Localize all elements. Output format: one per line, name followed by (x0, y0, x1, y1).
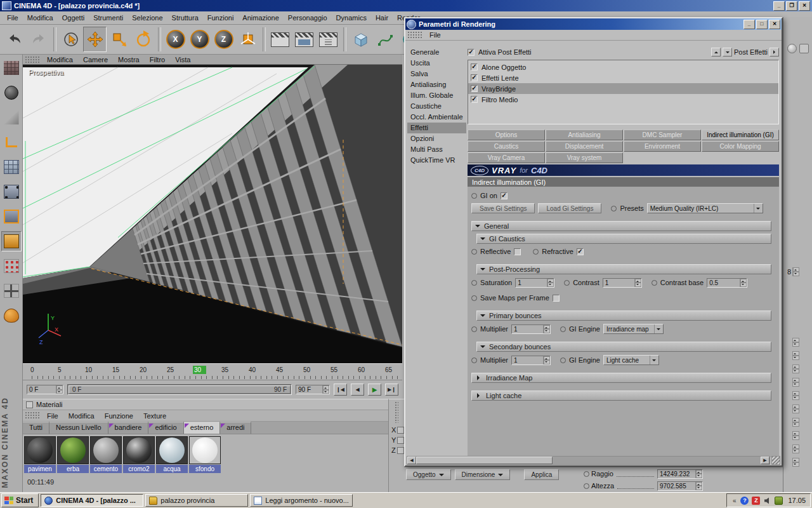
tray-network-icon[interactable] (775, 497, 783, 505)
saturation-spinner[interactable] (547, 279, 554, 287)
alone-oggetto-checkbox[interactable] (471, 64, 478, 70)
anim-dot-icon[interactable] (652, 280, 657, 286)
scroll-right-arrow[interactable]: ▶ (761, 457, 769, 464)
drag-grip[interactable] (407, 31, 422, 39)
scrollbar-thumb[interactable] (416, 457, 553, 464)
mat-menu-texture[interactable]: Texture (138, 412, 171, 420)
spinner[interactable] (792, 418, 799, 427)
coord-z-lock[interactable] (397, 447, 404, 454)
redo-button[interactable] (27, 27, 50, 52)
start-button[interactable]: Start (1, 493, 39, 507)
save-maps-checkbox[interactable] (553, 295, 560, 302)
contrast-base-spinner[interactable] (740, 279, 747, 287)
spinner[interactable] (792, 404, 799, 413)
altezza-field[interactable]: 9702.585 (657, 481, 703, 491)
tab-tutti[interactable]: Tutti (23, 422, 49, 434)
contrast-base-field[interactable]: 0.5 (707, 278, 747, 288)
material-item[interactable]: cromo2 (123, 436, 155, 473)
panel-pin-icon[interactable] (26, 401, 33, 408)
vp-menu-camere[interactable]: Camere (78, 56, 113, 64)
hidden-field-spinner[interactable] (792, 267, 799, 276)
presets-dropdown[interactable]: Medium Quality (IR+LC) (647, 203, 763, 213)
material-item[interactable]: acqua (156, 436, 188, 473)
tray-volume-icon[interactable] (763, 497, 771, 505)
anim-dot-icon[interactable] (584, 471, 589, 477)
raggio-spinner[interactable] (695, 470, 702, 478)
section-post-processing[interactable]: Post-Processing (476, 264, 771, 274)
attiva-post-effetti-checkbox[interactable] (468, 49, 475, 56)
secondary-multiplier-spinner[interactable] (543, 356, 550, 364)
altezza-spinner[interactable] (695, 482, 702, 490)
viewport-label[interactable]: Prospettiva (29, 69, 63, 76)
section-general[interactable]: General (471, 221, 771, 231)
menu-dynamics[interactable]: Dynamics (332, 13, 371, 23)
workplane-mode-button[interactable] (1, 132, 22, 152)
anim-dot-icon[interactable] (471, 193, 477, 199)
category-salva[interactable]: Salva (407, 69, 466, 79)
material-item[interactable]: erba (57, 436, 89, 473)
vray-tab-displacement[interactable]: Displacement (546, 141, 623, 152)
range-handle[interactable]: 0 F 90 F (69, 385, 291, 394)
menu-hair[interactable]: Hair (371, 13, 393, 23)
vray-tab-antialiasing[interactable]: Antialiasing (546, 130, 623, 140)
frame-start-spinner[interactable] (56, 385, 63, 394)
anim-dot-icon[interactable] (564, 280, 570, 286)
dialog-close-button[interactable]: ✕ (769, 20, 780, 29)
menu-animazione[interactable]: Animazione (238, 13, 283, 23)
category-antialiasing[interactable]: Antialiasing (407, 79, 466, 90)
tray-antivirus-icon[interactable]: Z (752, 497, 760, 505)
anim-dot-icon[interactable] (471, 326, 477, 332)
live-selection-button[interactable] (59, 27, 82, 52)
spinner[interactable] (792, 378, 799, 387)
reflective-checkbox[interactable] (514, 248, 521, 255)
frame-start-field[interactable]: 0 F (27, 385, 63, 394)
move-tool-button[interactable] (83, 27, 107, 52)
object-axis-mode-button[interactable] (1, 157, 22, 177)
dialog-titlebar[interactable]: Parametri di Rendering _ □ ✕ (405, 18, 782, 30)
tab-esterno[interactable]: esterno (184, 422, 221, 434)
menu-file[interactable]: File (3, 13, 23, 23)
mat-menu-file[interactable]: File (42, 412, 63, 420)
post-effect-item[interactable]: Effetti Lente (468, 72, 778, 83)
spinner[interactable] (792, 444, 799, 453)
prev-frame-button[interactable]: ◀ (351, 384, 364, 396)
category-quicktime-vr[interactable]: QuickTime VR (407, 155, 466, 166)
post-effect-item[interactable]: Alone Oggetto (468, 62, 778, 72)
current-frame-marker[interactable]: 30 (193, 366, 206, 374)
category-effetti[interactable]: Effetti (407, 123, 466, 133)
primary-multiplier-field[interactable]: 1 (511, 324, 551, 334)
model-mode-button[interactable] (1, 83, 22, 103)
play-button[interactable]: ▶ (368, 384, 381, 396)
vray-tab-vray-camera[interactable]: Vray Camera (468, 152, 545, 163)
spline-tool-button[interactable] (373, 27, 396, 52)
coord-y-lock[interactable] (397, 437, 404, 444)
category-caustiche[interactable]: Caustiche (407, 101, 466, 112)
frame-end-field[interactable]: 90 F (296, 385, 330, 394)
task-browser[interactable]: Leggi argomento - nuovo... (250, 494, 353, 507)
vray-tab-indirect-illumination[interactable]: Indirect illumination (GI) (702, 130, 779, 140)
tab-bandiere[interactable]: bandiere (108, 422, 149, 434)
menu-strumenti[interactable]: Strumenti (89, 13, 128, 23)
tab-edificio[interactable]: edificio (148, 422, 183, 434)
render-view-button[interactable] (268, 27, 292, 52)
material-item[interactable]: cemento (90, 436, 122, 473)
post-effetti-up-button[interactable] (711, 48, 721, 57)
section-primary-bounces[interactable]: Primary bounces (476, 311, 771, 321)
panel-sphere-icon[interactable] (787, 44, 797, 53)
coord-x-lock[interactable] (397, 427, 404, 434)
magnet-tool-button[interactable] (1, 305, 22, 326)
saturation-field[interactable]: 1 (515, 278, 554, 288)
menu-personaggio[interactable]: Personaggio (284, 13, 332, 23)
anim-dot-icon[interactable] (533, 249, 539, 255)
edges-mode-button[interactable] (1, 206, 22, 227)
section-gi-caustics[interactable]: GI Caustics (476, 234, 771, 244)
coordinate-system-button[interactable] (236, 27, 259, 52)
timeline-ruler[interactable]: 0 5 10 15 20 25 30 35 40 45 50 55 60 65 (23, 363, 402, 380)
category-opzioni[interactable]: Opzioni (407, 133, 466, 144)
effetti-lente-checkbox[interactable] (471, 74, 478, 81)
goto-start-button[interactable]: ❙◀ (334, 384, 347, 396)
snap-settings-button[interactable] (1, 256, 22, 276)
task-folder[interactable]: palazzo provincia (145, 494, 248, 507)
category-uscita[interactable]: Uscita (407, 58, 466, 69)
vray-tab-options[interactable]: Options (468, 130, 545, 140)
